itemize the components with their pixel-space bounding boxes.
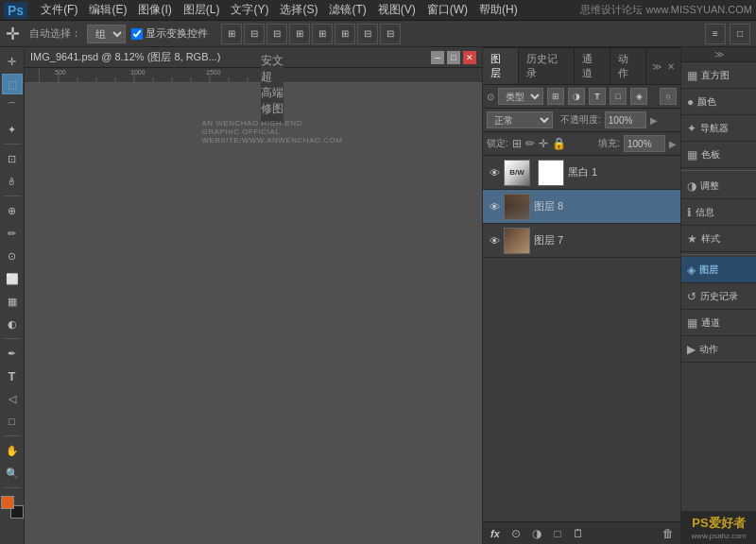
dodge-tool[interactable]: ◐ (2, 314, 23, 334)
panel-actions-link[interactable]: ▶ 动作 (681, 336, 756, 363)
lock-transparent-icon[interactable]: ⊞ (512, 137, 522, 150)
menu-help[interactable]: 帮助(H) (479, 2, 518, 18)
new-group-btn[interactable]: □ (549, 525, 566, 542)
zoom-tool[interactable]: 🔍 (2, 463, 23, 484)
foreground-color[interactable] (1, 496, 14, 509)
align-bottom-btn[interactable]: ⊞ (335, 24, 355, 44)
align-middle-btn[interactable]: ⊞ (312, 24, 333, 44)
new-layer-btn[interactable]: 🗒 (570, 525, 587, 542)
add-mask-btn[interactable]: ⊙ (507, 525, 524, 542)
panel-channels-link[interactable]: ▦ 通道 (681, 310, 756, 336)
layer-row-7[interactable]: 👁 图层 7 (483, 224, 680, 258)
options-btn[interactable]: ≡ (705, 24, 726, 44)
select-tool[interactable]: ⬚ (2, 74, 23, 94)
menu-view[interactable]: 视图(V) (378, 2, 416, 18)
fill-options-icon[interactable]: ▶ (669, 139, 677, 149)
blend-mode-dropdown[interactable]: 正常 (487, 111, 553, 128)
panels-area: 图层 历史记录 通道 动作 ≫ ✕ ⊙ 类型 ⊞ ◑ T □ ◈ (482, 47, 680, 544)
eyedropper-tool[interactable]: 🕯 (2, 171, 23, 192)
move-tool[interactable]: ✛ (2, 51, 23, 72)
doc-close-btn[interactable]: ✕ (463, 51, 476, 64)
layer-thumb-7 (504, 228, 530, 254)
dist-h-btn[interactable]: ⊟ (357, 24, 378, 44)
panel-menu-btn[interactable]: ≫ (650, 61, 663, 72)
panel-navigator[interactable]: ✦ 导航器 (681, 115, 756, 142)
layer-row-bw1[interactable]: 👁 B/W 黑白 1 (483, 156, 680, 190)
tab-channels[interactable]: 通道 (575, 48, 610, 84)
menu-file[interactable]: 文件(F) (41, 2, 77, 18)
fx-btn[interactable]: fx (487, 525, 504, 542)
navigator-label: 导航器 (700, 122, 729, 135)
lock-image-icon[interactable]: ✏ (525, 137, 535, 150)
filter-smart-btn[interactable]: ◈ (630, 88, 647, 105)
panel-adjustments[interactable]: ◑ 调整 (681, 173, 756, 199)
lasso-tool[interactable]: ⌒ (2, 96, 23, 117)
eraser-tool[interactable]: ⬜ (2, 268, 23, 289)
healing-brush-tool[interactable]: ⊕ (2, 200, 23, 221)
brand-name: anwenchao (212, 47, 332, 50)
path-selection-tool[interactable]: ◁ (2, 388, 23, 409)
lock-position-icon[interactable]: ✛ (539, 137, 548, 150)
filter-adj-btn[interactable]: ◑ (568, 88, 585, 105)
pen-tool[interactable]: ✒ (2, 343, 23, 364)
panel-histogram[interactable]: ▦ 直方图 (681, 62, 756, 89)
align-right-btn[interactable]: ⊟ (266, 24, 287, 44)
opacity-input[interactable] (605, 111, 646, 128)
align-left-btn[interactable]: ⊞ (221, 24, 242, 44)
filter-text-btn[interactable]: T (589, 88, 606, 105)
new-fill-adj-btn[interactable]: ◑ (528, 525, 545, 542)
auto-select-dropdown[interactable]: 组 (87, 25, 126, 43)
doc-minimize-btn[interactable]: ─ (431, 51, 444, 64)
layer-row-8[interactable]: 👁 图层 8 (483, 190, 680, 224)
brush-tool[interactable]: ✏ (2, 223, 23, 244)
menu-select[interactable]: 选择(S) (280, 2, 318, 18)
clone-tool[interactable]: ⊙ (2, 246, 23, 266)
menu-bar: Ps 文件(F) 编辑(E) 图像(I) 图层(L) 文字(Y) 选择(S) 滤… (0, 0, 756, 21)
layer-visibility-7[interactable]: 👁 (487, 233, 502, 248)
tab-layers[interactable]: 图层 (483, 48, 519, 84)
magic-wand-tool[interactable]: ✦ (2, 119, 23, 140)
menu-window[interactable]: 窗口(W) (427, 2, 468, 18)
panel-color[interactable]: ● 颜色 (681, 89, 756, 115)
workspaces-btn[interactable]: □ (730, 24, 750, 44)
crop-tool[interactable]: ⊡ (2, 148, 23, 169)
panel-collapse-btn[interactable]: ≫ (681, 47, 756, 62)
menu-image[interactable]: 图像(I) (138, 2, 171, 18)
layer-kind-dropdown[interactable]: 类型 (498, 88, 543, 105)
menu-text[interactable]: 文字(Y) (231, 2, 268, 18)
doc-maximize-btn[interactable]: □ (447, 51, 460, 64)
show-transform-checkbox[interactable]: 显示变换控件 (131, 26, 208, 41)
tab-history[interactable]: 历史记录 (519, 48, 575, 84)
menu-layer[interactable]: 图层(L) (183, 2, 220, 18)
move-tool-icon[interactable]: ✛ (6, 24, 20, 44)
hand-tool[interactable]: ✋ (2, 440, 23, 461)
panel-layers-link[interactable]: ◈ 图层 (681, 257, 756, 283)
panel-close-btn[interactable]: ✕ (665, 61, 677, 72)
opacity-options-icon[interactable]: ▶ (650, 115, 658, 126)
filter-toggle-btn[interactable]: ○ (660, 88, 677, 105)
filter-pixel-btn[interactable]: ⊞ (547, 88, 564, 105)
dist-v-btn[interactable]: ⊟ (380, 24, 401, 44)
align-center-btn[interactable]: ⊟ (244, 24, 265, 44)
tab-actions[interactable]: 动作 (610, 48, 646, 84)
layer-visibility-bw1[interactable]: 👁 (487, 165, 502, 180)
gradient-tool[interactable]: ▦ (2, 291, 23, 312)
layer-visibility-8[interactable]: 👁 (487, 199, 502, 214)
panel-history-link[interactable]: ↺ 历史记录 (681, 283, 756, 310)
panel-styles[interactable]: ★ 样式 (681, 226, 756, 252)
menu-edit[interactable]: 编辑(E) (89, 2, 127, 18)
toolbox: ✛ ⬚ ⌒ ✦ ⊡ 🕯 ⊕ ✏ ⊙ ⬜ ▦ ◐ ✒ T ◁ □ ✋ 🔍 (0, 47, 25, 544)
layers-blend-row: 正常 不透明度: ▶ (483, 109, 680, 132)
lock-all-icon[interactable]: 🔒 (552, 137, 566, 150)
align-top-btn[interactable]: ⊞ (289, 24, 310, 44)
panel-swatches[interactable]: ▦ 色板 (681, 142, 756, 168)
delete-layer-btn[interactable]: 🗑 (660, 525, 677, 542)
document-title: IMG_9641.psd @ 8.12% (图层 8, RGB...) (30, 50, 428, 64)
shape-tool[interactable]: □ (2, 411, 23, 432)
text-tool[interactable]: T (2, 366, 23, 386)
menu-filter[interactable]: 滤镜(T) (329, 2, 366, 18)
channels-icon: ▦ (687, 316, 697, 330)
fill-input[interactable] (624, 135, 665, 152)
panel-info[interactable]: ℹ 信息 (681, 199, 756, 226)
filter-shape-btn[interactable]: □ (610, 88, 627, 105)
